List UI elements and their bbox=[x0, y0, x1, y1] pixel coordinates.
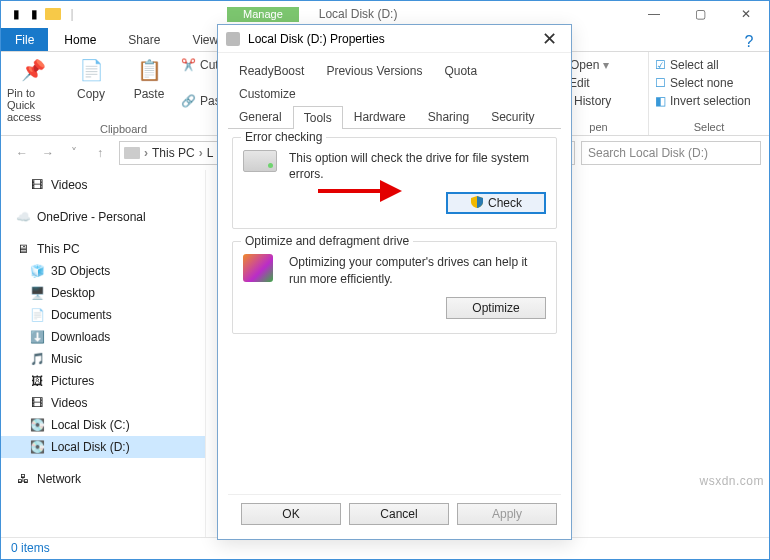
search-input[interactable]: Search Local Disk (D:) bbox=[581, 141, 761, 165]
tree-item-videos[interactable]: 🎞Videos bbox=[1, 174, 205, 196]
tab-customize[interactable]: Customize bbox=[228, 82, 307, 105]
tab-hardware[interactable]: Hardware bbox=[343, 105, 417, 128]
group-legend: Error checking bbox=[241, 130, 326, 144]
tab-previous-versions[interactable]: Previous Versions bbox=[315, 59, 433, 82]
paste-icon: 📋 bbox=[137, 56, 162, 84]
breadcrumb-drive[interactable]: L bbox=[207, 146, 214, 160]
close-button[interactable]: ✕ bbox=[723, 1, 769, 27]
pc-icon: 🖥 bbox=[15, 241, 31, 257]
tree-item-downloads[interactable]: ⬇️Downloads bbox=[1, 326, 205, 348]
nav-back-button[interactable]: ← bbox=[9, 141, 35, 165]
tree-item-label: Music bbox=[51, 352, 82, 366]
tree-item-documents[interactable]: 📄Documents bbox=[1, 304, 205, 326]
tree-item-pictures[interactable]: 🖼Pictures bbox=[1, 370, 205, 392]
maximize-button[interactable]: ▢ bbox=[677, 1, 723, 27]
select-none-icon: ☐ bbox=[655, 76, 666, 90]
drive-icon bbox=[226, 32, 240, 46]
tab-security[interactable]: Security bbox=[480, 105, 545, 128]
tree-item-onedrive-personal[interactable]: ☁️OneDrive - Personal bbox=[1, 206, 205, 228]
nav-forward-button[interactable]: → bbox=[35, 141, 61, 165]
tree-item-local-disk-c-[interactable]: 💽Local Disk (C:) bbox=[1, 414, 205, 436]
drive-icon: 💽 bbox=[29, 417, 45, 433]
tree-item-label: OneDrive - Personal bbox=[37, 210, 146, 224]
chevron-right-icon[interactable]: › bbox=[142, 146, 150, 160]
down-icon: ⬇️ bbox=[29, 329, 45, 345]
tree-item-label: Local Disk (C:) bbox=[51, 418, 130, 432]
nav-recent-chevron-icon[interactable]: ˅ bbox=[61, 141, 87, 165]
tree-item-local-disk-d-[interactable]: 💽Local Disk (D:) bbox=[1, 436, 205, 458]
nav-up-button[interactable]: ↑ bbox=[87, 141, 113, 165]
share-tab[interactable]: Share bbox=[112, 28, 176, 51]
error-checking-text: This option will check the drive for fil… bbox=[289, 150, 546, 182]
error-checking-group: Error checking This option will check th… bbox=[232, 137, 557, 229]
tab-readyboost[interactable]: ReadyBoost bbox=[228, 59, 315, 82]
tree-item-videos[interactable]: 🎞Videos bbox=[1, 392, 205, 414]
pin-icon: 📌 bbox=[21, 56, 46, 84]
tree-item-music[interactable]: 🎵Music bbox=[1, 348, 205, 370]
watermark: wsxdn.com bbox=[699, 474, 764, 488]
tab-general[interactable]: General bbox=[228, 105, 293, 128]
optimize-button[interactable]: Optimize bbox=[446, 297, 546, 319]
select-none-button[interactable]: ☐Select none bbox=[655, 76, 763, 90]
drive-check-icon bbox=[243, 150, 277, 172]
tree-item-network[interactable]: 🖧Network bbox=[1, 468, 205, 490]
tree-item-label: This PC bbox=[37, 242, 80, 256]
cloud-icon: ☁️ bbox=[15, 209, 31, 225]
check-button[interactable]: Check bbox=[446, 192, 546, 214]
optimize-group: Optimize and defragment drive Optimizing… bbox=[232, 241, 557, 333]
open-group-label: pen bbox=[589, 121, 607, 133]
tree-item-label: Desktop bbox=[51, 286, 95, 300]
copy-button[interactable]: 📄 Copy bbox=[65, 56, 117, 101]
cube3d-icon: 🧊 bbox=[29, 263, 45, 279]
minimize-button[interactable]: — bbox=[631, 1, 677, 27]
properties-dialog: Local Disk (D:) Properties ✕ ReadyBoostP… bbox=[217, 24, 572, 540]
tab-quota[interactable]: Quota bbox=[433, 59, 488, 82]
paste-button[interactable]: 📋 Paste bbox=[123, 56, 175, 101]
tree-item-label: Videos bbox=[51, 178, 87, 192]
search-placeholder: Search Local Disk (D:) bbox=[588, 146, 708, 160]
desktop-icon: 🖥️ bbox=[29, 285, 45, 301]
qa-tool-1[interactable]: ▮ bbox=[9, 7, 23, 21]
tree-item-label: Local Disk (D:) bbox=[51, 440, 130, 454]
drive-icon: 💽 bbox=[29, 439, 45, 455]
video-icon: 🎞 bbox=[29, 395, 45, 411]
ok-button[interactable]: OK bbox=[241, 503, 341, 525]
help-icon[interactable]: ? bbox=[729, 33, 769, 51]
file-tab[interactable]: File bbox=[1, 28, 48, 51]
tree-item-this-pc[interactable]: 🖥This PC bbox=[1, 238, 205, 260]
cut-icon: ✂️ bbox=[181, 58, 196, 72]
group-legend: Optimize and defragment drive bbox=[241, 234, 413, 248]
invert-icon: ◧ bbox=[655, 94, 666, 108]
chevron-down-icon: ▾ bbox=[603, 58, 609, 72]
dialog-title: Local Disk (D:) Properties bbox=[248, 32, 385, 46]
tab-tools[interactable]: Tools bbox=[293, 106, 343, 129]
defrag-icon bbox=[243, 254, 273, 282]
dialog-close-button[interactable]: ✕ bbox=[536, 28, 563, 50]
tree-item-label: Network bbox=[37, 472, 81, 486]
tree-item-3d-objects[interactable]: 🧊3D Objects bbox=[1, 260, 205, 282]
qa-folder-icon[interactable] bbox=[45, 8, 61, 20]
select-all-button[interactable]: ☑Select all bbox=[655, 58, 763, 72]
qa-divider: | bbox=[65, 7, 79, 21]
music-icon: 🎵 bbox=[29, 351, 45, 367]
tree-item-desktop[interactable]: 🖥️Desktop bbox=[1, 282, 205, 304]
copy-icon: 📄 bbox=[79, 56, 104, 84]
clipboard-group-label: Clipboard bbox=[100, 123, 147, 135]
navigation-tree[interactable]: 🎞Videos☁️OneDrive - Personal🖥This PC🧊3D … bbox=[1, 170, 206, 537]
home-tab[interactable]: Home bbox=[48, 28, 112, 51]
qa-tool-2[interactable]: ▮ bbox=[27, 7, 41, 21]
apply-button[interactable]: Apply bbox=[457, 503, 557, 525]
breadcrumb-pc[interactable]: This PC bbox=[152, 146, 195, 160]
manage-context-tab[interactable]: Manage bbox=[227, 7, 299, 22]
video-icon: 🎞 bbox=[29, 177, 45, 193]
net-icon: 🖧 bbox=[15, 471, 31, 487]
tree-item-label: Documents bbox=[51, 308, 112, 322]
tab-sharing[interactable]: Sharing bbox=[417, 105, 480, 128]
doc-icon: 📄 bbox=[29, 307, 45, 323]
pin-quick-access-button[interactable]: 📌 Pin to Quick access bbox=[7, 56, 59, 123]
cancel-button[interactable]: Cancel bbox=[349, 503, 449, 525]
chevron-right-icon[interactable]: › bbox=[197, 146, 205, 160]
dialog-tab-strip: ReadyBoostPrevious VersionsQuotaCustomiz… bbox=[228, 59, 561, 129]
invert-selection-button[interactable]: ◧Invert selection bbox=[655, 94, 763, 108]
drive-icon bbox=[124, 147, 140, 159]
